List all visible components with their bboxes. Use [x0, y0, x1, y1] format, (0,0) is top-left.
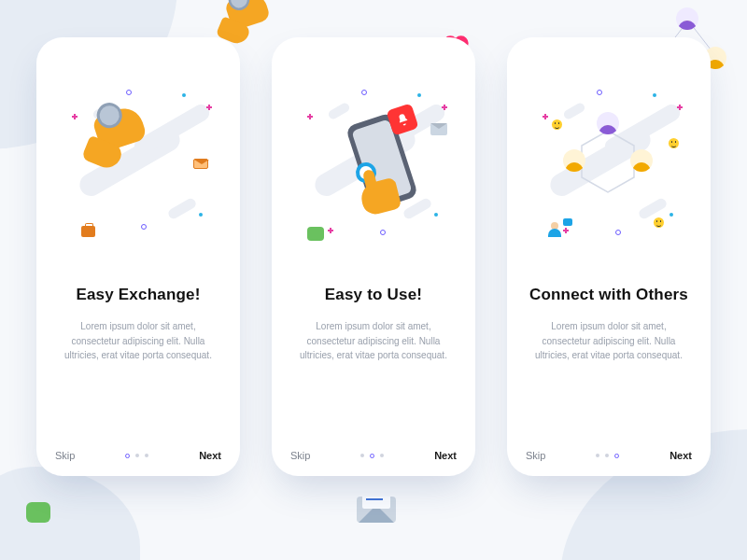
avatar-icon [630, 149, 653, 172]
avatar-icon [597, 112, 619, 134]
envelope-icon [430, 123, 447, 135]
next-button[interactable]: Next [669, 450, 692, 461]
chat-bubble-icon [307, 227, 324, 241]
card-description: Lorem ipsum dolor sit amet, consectetur … [290, 319, 457, 363]
pointing-hand-icon [358, 177, 402, 217]
skip-button[interactable]: Skip [290, 450, 310, 461]
person-icon [550, 222, 559, 231]
avatar-icon [563, 149, 585, 172]
illustration-exchange [55, 65, 221, 261]
illustration-easy-use [290, 65, 457, 261]
chat-bubble-icon [26, 502, 50, 523]
message-icon [563, 218, 572, 226]
svg-marker-3 [582, 131, 634, 192]
skip-button[interactable]: Skip [55, 450, 75, 461]
next-button[interactable]: Next [434, 450, 457, 461]
card-title: Easy Exchange! [55, 286, 221, 304]
onboarding-card-1: Easy Exchange! Lorem ipsum dolor sit ame… [36, 37, 240, 476]
emoji-icon [552, 119, 562, 130]
next-button[interactable]: Next [199, 450, 221, 461]
envelope-icon [357, 497, 396, 523]
card-title: Connect with Others [526, 286, 692, 304]
emoji-icon [669, 138, 679, 148]
page-indicator [360, 454, 384, 458]
exchange-hand-icon [228, 0, 268, 42]
illustration-connect [526, 65, 692, 261]
page-indicator [596, 454, 619, 458]
card-description: Lorem ipsum dolor sit amet, consectetur … [55, 319, 221, 363]
card-description: Lorem ipsum dolor sit amet, consectetur … [526, 319, 692, 363]
skip-button[interactable]: Skip [526, 450, 545, 461]
card-title: Easy to Use! [290, 286, 457, 304]
emoji-icon [654, 217, 664, 228]
onboarding-card-2: Easy to Use! Lorem ipsum dolor sit amet,… [272, 37, 475, 476]
page-indicator [125, 454, 148, 458]
onboarding-card-3: Connect with Others Lorem ipsum dolor si… [507, 37, 711, 476]
hexagon-network-icon [578, 127, 638, 196]
